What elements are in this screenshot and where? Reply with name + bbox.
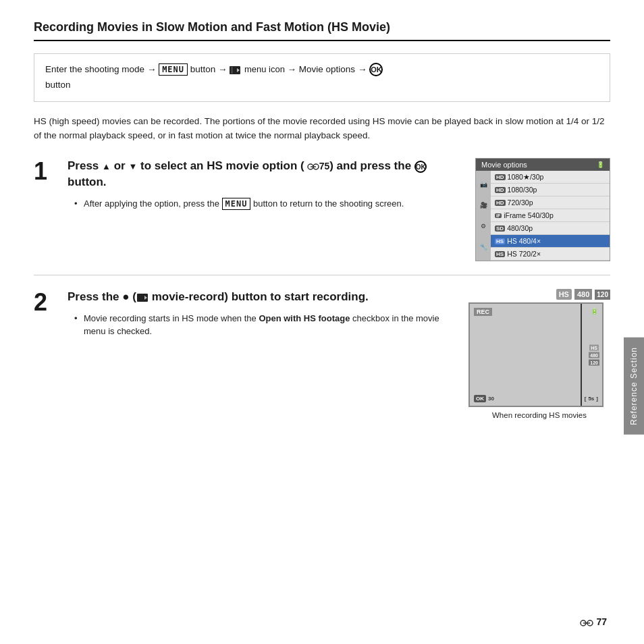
hs-bottom-right: [ 5s ] xyxy=(585,396,598,402)
hs-footage-bold: Open with HS footage xyxy=(259,313,350,323)
breadcrumb-suffix: button xyxy=(45,80,71,90)
arrow-down-icon: ▼ xyxy=(128,161,137,171)
breadcrumb-arrow1: → xyxy=(147,64,159,74)
page-title: Recording Movies in Slow Motion and Fast… xyxy=(34,20,610,41)
hs-side-label: HS xyxy=(589,344,599,350)
step-2-bullet-1: Movie recording starts in HS mode when t… xyxy=(74,312,455,338)
movie-options-title: Movie options xyxy=(481,161,527,169)
option-label: 1080★/30p xyxy=(508,173,544,181)
hs-recording-header: HS 480 120 xyxy=(468,289,610,300)
bracket-right: ] xyxy=(596,396,598,402)
bino-ref: 75 xyxy=(304,161,329,171)
sd-badge: SD xyxy=(495,225,505,232)
hs-side-fps: 120 xyxy=(589,359,599,365)
hs-badge-option: HS xyxy=(495,238,505,244)
bracket-left: [ xyxy=(585,396,587,402)
intro-text: HS (high speed) movies can be recorded. … xyxy=(34,114,610,143)
hs-label-badge: HS xyxy=(556,289,572,300)
settings-icon: ⚙ xyxy=(481,223,486,230)
svg-rect-1 xyxy=(231,67,233,74)
breadcrumb-arrow3: → xyxy=(288,64,299,74)
breadcrumb-arrow2: button → xyxy=(190,64,230,74)
wrench-icon: 🔧 xyxy=(480,244,487,250)
reference-section-tab: Reference Section xyxy=(624,338,644,435)
rec-indicator: REC xyxy=(474,308,492,316)
hs-bottom-row: OK 30 [ 5s ] xyxy=(470,395,602,402)
step-2-image: HS 480 120 REC 🔋 HS 480 120 xyxy=(468,289,610,419)
fps-badge: 120 xyxy=(595,290,610,300)
battery-icon: 🔋 xyxy=(597,161,604,168)
hd-badge: HD xyxy=(495,174,506,180)
step-1: 1 Press ▲ or ▼ to select an HS movie opt… xyxy=(34,158,610,275)
ok-badge: OK xyxy=(369,63,383,76)
hs-camera-screen: REC 🔋 HS 480 120 OK 30 xyxy=(468,302,603,407)
movie-option-720: HD 720/30p xyxy=(491,196,610,209)
step-2-number: 2 xyxy=(34,290,68,315)
ok-num: 30 xyxy=(488,396,494,402)
step-2-bullets: Movie recording starts in HS mode when t… xyxy=(68,312,455,338)
movie-option-1080: HD 1080/30p xyxy=(491,184,610,196)
movie-option-480: SD 480/30p xyxy=(491,222,610,235)
if-badge: iF xyxy=(495,213,502,218)
ok-label-bottom: OK xyxy=(474,395,486,402)
breadcrumb-arrow4: → xyxy=(358,64,369,74)
step-1-image: Movie options 🔋 📷 🎥 ⚙ 🔧 xyxy=(475,158,610,261)
breadcrumb-prefix: Enter the shooting mode xyxy=(45,64,144,74)
movie-icon-label: menu icon xyxy=(230,64,287,74)
option-label: 720/30p xyxy=(508,198,533,207)
movie-option-1080star: HD 1080★/30p xyxy=(491,171,610,184)
option-label: 480/30p xyxy=(507,224,533,232)
movie-options-list: HD 1080★/30p HD 1080/30p HD 720/30p xyxy=(491,171,610,261)
movie-options-titlebar: Movie options 🔋 xyxy=(476,159,610,171)
page-number-area: 77 xyxy=(580,616,607,627)
step-1-number: 1 xyxy=(34,159,68,184)
vertical-line xyxy=(581,304,582,406)
seconds-label: 5s xyxy=(588,396,594,402)
battery-icon-screen: 🔋 xyxy=(591,308,598,315)
option-label: HS 480/4× xyxy=(507,237,541,245)
movie-options-screen: Movie options 🔋 📷 🎥 ⚙ 🔧 xyxy=(475,158,610,261)
option-label: iFrame 540/30p xyxy=(504,211,554,219)
hs-side-info: HS 480 120 xyxy=(589,344,599,365)
movie-option-iframe: iF iFrame 540/30p xyxy=(491,209,610,222)
page-number: 77 xyxy=(596,616,607,627)
step-1-title: Press ▲ or ▼ to select an HS movie optio… xyxy=(68,158,462,190)
movie-mode-icon: 🎥 xyxy=(480,202,487,209)
step-1-bullet-1: After applying the option, press the MEN… xyxy=(74,197,462,211)
hs-badge-option2: HS xyxy=(495,251,505,257)
hs-side-res: 480 xyxy=(589,352,599,358)
step-2: 2 Press the ● ( movie-record) button to … xyxy=(34,289,610,433)
menu-button-label: MENU xyxy=(159,63,188,76)
hs-caption: When recording HS movies xyxy=(468,411,610,419)
hd-badge: HD xyxy=(495,200,506,206)
hs-bottom-left: OK 30 xyxy=(474,395,494,402)
steps-container: 1 Press ▲ or ▼ to select an HS movie opt… xyxy=(34,158,610,433)
step-1-bullets: After applying the option, press the MEN… xyxy=(68,197,462,211)
page-num-bino-icon xyxy=(580,616,593,626)
movie-option-hs480: HS HS 480/4× xyxy=(491,235,610,248)
ok-badge-step1: OK xyxy=(414,161,427,173)
breadcrumb-movie-options: Movie options xyxy=(299,64,355,74)
hd-badge: HD xyxy=(495,187,506,193)
option-label: 1080/30p xyxy=(508,186,537,194)
option-label: HS 720/2× xyxy=(507,250,541,258)
step-2-title: Press the ● ( movie-record) button to st… xyxy=(68,289,455,305)
breadcrumb: Enter the shooting mode → MENU button → … xyxy=(34,53,610,102)
arrow-up-icon: ▲ xyxy=(102,161,111,171)
camera-icon: 📷 xyxy=(480,181,487,188)
movie-options-body: 📷 🎥 ⚙ 🔧 HD 1080★/30p xyxy=(476,171,610,261)
left-icons-panel: 📷 🎥 ⚙ 🔧 xyxy=(476,171,491,261)
movie-option-hs720: HS HS 720/2× xyxy=(491,248,610,261)
step-1-content: Press ▲ or ▼ to select an HS movie optio… xyxy=(68,158,475,210)
step-2-content: Press the ● ( movie-record) button to st… xyxy=(68,289,468,338)
menu-btn-inline: MENU xyxy=(222,198,251,210)
res-badge: 480 xyxy=(574,289,592,300)
